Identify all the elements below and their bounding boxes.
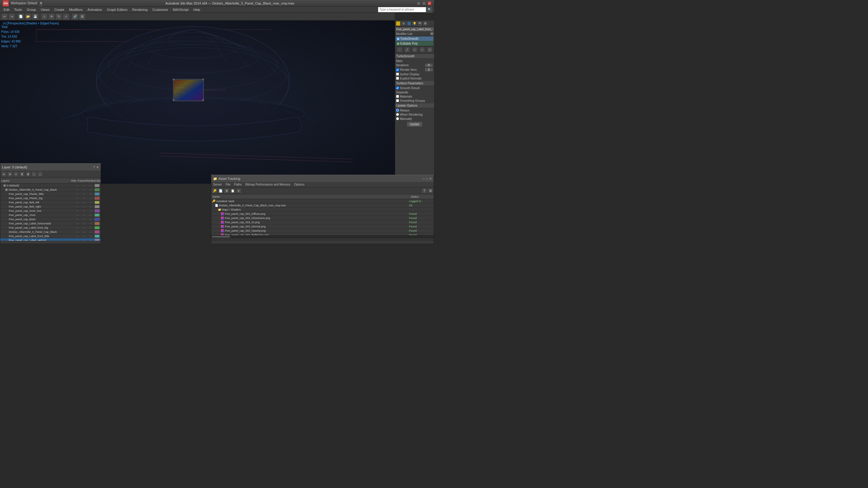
link-button[interactable]: 🔗 bbox=[72, 13, 79, 20]
undo-button[interactable]: ↩ bbox=[1, 13, 8, 20]
close-button[interactable]: ✕ bbox=[427, 1, 432, 5]
menu-create[interactable]: Create bbox=[52, 7, 67, 13]
isoline-checkbox[interactable] bbox=[396, 73, 399, 76]
asset-tool-2[interactable]: 📄 bbox=[218, 188, 223, 193]
search-icon[interactable]: 🔍 bbox=[426, 6, 433, 13]
asset-minimize[interactable]: ─ bbox=[423, 177, 425, 181]
lp-tool-1[interactable]: ≡ bbox=[1, 171, 7, 177]
panel-icon-3[interactable]: 👤 bbox=[407, 21, 411, 26]
layer-color[interactable] bbox=[95, 235, 99, 238]
minimize-button[interactable]: ─ bbox=[416, 1, 421, 5]
asset-row[interactable]: 🔑 Autodesk Vault Logged O... bbox=[211, 199, 434, 203]
asset-menu-file[interactable]: File bbox=[224, 182, 232, 187]
update-button[interactable]: Update bbox=[407, 122, 422, 127]
asset-tool-1[interactable]: 🔑 bbox=[212, 188, 217, 193]
layer-row[interactable]: ▶ 0 (default) — — — bbox=[0, 184, 101, 188]
asset-row[interactable]: 📁 Maps / Shaders bbox=[211, 207, 434, 212]
menu-graph-editors[interactable]: Graph Editors bbox=[104, 7, 130, 13]
layer-color[interactable] bbox=[95, 193, 99, 195]
layer-help-btn[interactable]: ? bbox=[93, 165, 95, 169]
layer-row[interactable]: Five_panel_cap_Belt_right——— bbox=[0, 204, 101, 209]
asset-scrollbar[interactable] bbox=[211, 235, 434, 238]
layer-color[interactable] bbox=[95, 205, 99, 208]
layer-color[interactable] bbox=[95, 239, 99, 241]
asset-tool-3[interactable]: ⚙ bbox=[224, 188, 229, 193]
lp-tool-4[interactable]: ⬆ bbox=[19, 171, 25, 177]
scale-button[interactable]: ⤢ bbox=[63, 13, 69, 20]
layer-color[interactable] bbox=[95, 230, 99, 233]
layer-row[interactable]: ▶ Dickies_Albertville_5_Panel_Cap_Black … bbox=[0, 188, 101, 192]
panel-icon-5[interactable]: 📷 bbox=[417, 21, 422, 26]
asset-row[interactable]: Five_panel_cap_003_Opacity.png Found bbox=[211, 229, 434, 233]
menu-views[interactable]: Views bbox=[38, 7, 52, 13]
menu-customize[interactable]: Customize bbox=[150, 7, 170, 13]
layer-color[interactable] bbox=[95, 209, 99, 213]
layer-color[interactable] bbox=[95, 226, 99, 229]
panel-icon-6[interactable]: ⚙ bbox=[423, 21, 428, 26]
menu-group[interactable]: Group bbox=[24, 7, 38, 13]
layer-row[interactable]: Five_panel_cap_Visor——— bbox=[0, 213, 101, 217]
layer-color[interactable] bbox=[95, 214, 99, 217]
smoothing-groups-checkbox[interactable] bbox=[396, 99, 399, 102]
modifier-editable-poly[interactable]: Editable Poly bbox=[396, 41, 433, 46]
layer-color[interactable] bbox=[95, 222, 99, 225]
layer-expand[interactable]: ▶ bbox=[5, 188, 8, 191]
move-button[interactable]: ✛ bbox=[48, 13, 55, 20]
smooth-result-checkbox[interactable] bbox=[396, 87, 399, 90]
asset-row[interactable]: Five_panel_cap_003_Reflection.png Found bbox=[211, 233, 434, 235]
materials-checkbox[interactable] bbox=[396, 95, 399, 98]
save-button[interactable]: 💾 bbox=[32, 13, 38, 20]
layer-row[interactable]: Dickies_Albertville_5_Panel_Cap_Black——— bbox=[0, 230, 101, 234]
asset-row[interactable]: 📄 Dickies_Albertville_5_Panel_Cap_Black_… bbox=[211, 203, 434, 207]
explicit-normals-checkbox[interactable] bbox=[396, 77, 399, 80]
layer-color[interactable] bbox=[95, 184, 99, 187]
edge-icon[interactable]: ╱ bbox=[404, 47, 410, 53]
manually-radio[interactable] bbox=[396, 117, 399, 120]
always-radio[interactable] bbox=[396, 109, 399, 112]
scrollbar-thumb[interactable] bbox=[212, 236, 230, 238]
panel-icon-2[interactable]: ≡ bbox=[401, 21, 406, 26]
layer-color[interactable] bbox=[95, 188, 99, 191]
object-name-field[interactable] bbox=[395, 27, 434, 32]
layer-row[interactable]: Five_panel_cap_Plastic_little——— bbox=[0, 192, 101, 196]
layer-row-selected[interactable]: Five_panel_cap_Label_vertical——— bbox=[0, 238, 101, 241]
render-iters-checkbox[interactable] bbox=[396, 68, 399, 71]
rotate-button[interactable]: ↻ bbox=[56, 13, 62, 20]
when-rendering-radio[interactable] bbox=[396, 113, 399, 116]
viewport-3d[interactable]: Dickies Albertville bbox=[0, 21, 395, 184]
modifier-list-dropdown[interactable]: ▼ bbox=[430, 32, 434, 36]
open-button[interactable]: 📂 bbox=[25, 13, 31, 20]
asset-menu-bitmap[interactable]: Bitmap Performance and Memory bbox=[244, 182, 292, 187]
asset-row[interactable]: Five_panel_cap_003_ior.png Found bbox=[211, 220, 434, 224]
redo-button[interactable]: ↪ bbox=[8, 13, 15, 20]
vertex-icon[interactable]: · bbox=[397, 47, 402, 53]
lp-tool-2[interactable]: ✕ bbox=[7, 171, 13, 177]
workspace-dropdown[interactable]: ▼ bbox=[39, 0, 43, 7]
layer-row[interactable]: Five_panel_cap_Base——— bbox=[0, 217, 101, 221]
layer-row[interactable]: Five_panel_cap_Belt_left——— bbox=[0, 200, 101, 204]
asset-tool-help[interactable]: ? bbox=[422, 188, 427, 193]
asset-row[interactable]: Five_panel_cap_003_Normal.png Found bbox=[211, 224, 434, 229]
border-icon[interactable]: □ bbox=[412, 47, 417, 53]
menu-modifiers[interactable]: Modifiers bbox=[67, 7, 85, 13]
layer-row[interactable]: Five_panel_cap_Label_front_little——— bbox=[0, 234, 101, 238]
render-iters-input[interactable] bbox=[425, 68, 433, 72]
layer-close-btn[interactable]: ✕ bbox=[96, 165, 99, 169]
lp-tool-7[interactable]: ⬦ bbox=[37, 171, 43, 177]
layer-color[interactable] bbox=[95, 201, 99, 204]
new-button[interactable]: 📄 bbox=[18, 13, 24, 20]
asset-tool-4[interactable]: 📋 bbox=[230, 188, 236, 193]
maximize-button[interactable]: □ bbox=[422, 1, 426, 5]
layer-color[interactable] bbox=[95, 197, 99, 200]
element-icon[interactable]: ⬡ bbox=[427, 47, 433, 53]
menu-maxscript[interactable]: MAXScript bbox=[170, 7, 191, 13]
asset-menu-paths[interactable]: Paths bbox=[232, 182, 244, 187]
iterations-input[interactable] bbox=[425, 63, 433, 67]
menu-rendering[interactable]: Rendering bbox=[130, 7, 150, 13]
layer-row[interactable]: Five_panel_cap_Inner_line——— bbox=[0, 209, 101, 213]
menu-help[interactable]: Help bbox=[191, 7, 203, 13]
poly-icon[interactable]: ▪ bbox=[420, 47, 425, 53]
select-button[interactable]: ⊹ bbox=[41, 13, 48, 20]
menu-edit[interactable]: Edit bbox=[1, 7, 12, 13]
asset-menu-server[interactable]: Server bbox=[211, 182, 224, 187]
